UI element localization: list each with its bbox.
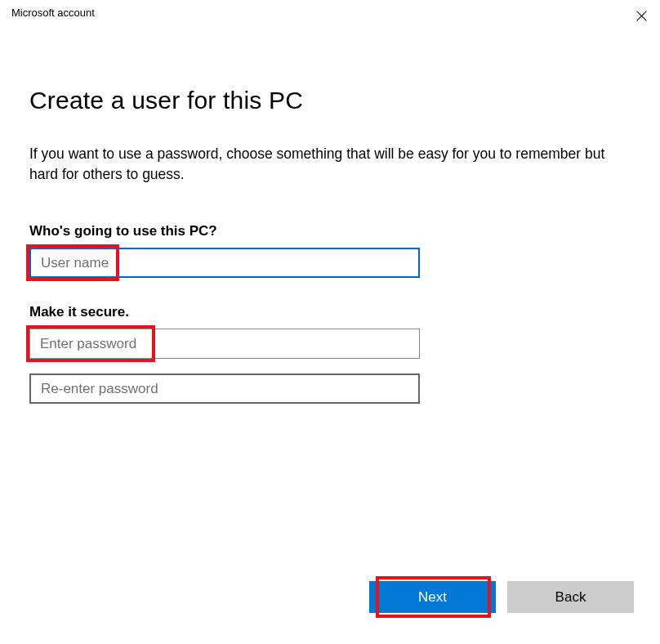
page-description: If you want to use a password, choose so… [29,144,626,184]
next-button[interactable]: Next [369,581,496,613]
reenter-password-input[interactable] [29,373,420,404]
back-button[interactable]: Back [507,581,634,613]
username-input[interactable] [29,248,420,278]
window-title: Microsoft account [11,7,95,19]
username-section-label: Who's going to use this PC? [29,223,631,239]
close-button[interactable] [634,8,649,23]
password-section-label: Make it secure. [29,304,631,320]
close-icon [636,11,647,21]
password-input[interactable] [29,329,420,359]
page-title: Create a user for this PC [29,87,631,114]
